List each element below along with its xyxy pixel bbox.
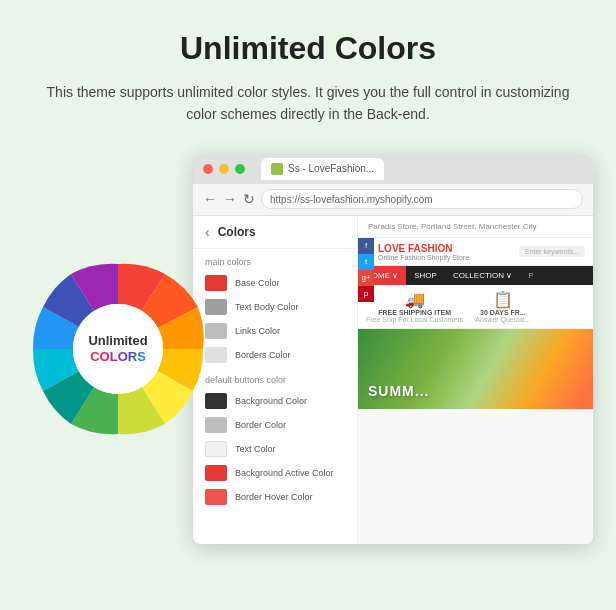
base-color-label: Base Color bbox=[235, 278, 280, 288]
browser-mockup: Ss - LoveFashion... ← → ↻ https://ss-lov… bbox=[193, 154, 593, 544]
promo-text: SUMM... bbox=[368, 383, 429, 399]
shipping-title: FREE SHIPPING ITEM bbox=[378, 309, 451, 316]
feature-shipping: 🚚 FREE SHIPPING ITEM Free Ship For Local… bbox=[366, 290, 463, 323]
nav-item-shop[interactable]: SHOP bbox=[406, 266, 445, 285]
color-row-links: Links Color bbox=[193, 319, 357, 343]
forward-button[interactable]: → bbox=[223, 191, 237, 207]
color-row-text-body: Text Body Color bbox=[193, 295, 357, 319]
shipping-icon: 🚚 bbox=[405, 290, 425, 309]
browser-tab[interactable]: Ss - LoveFashion... bbox=[261, 158, 384, 180]
border-hover-color-swatch bbox=[205, 489, 227, 505]
minimize-dot[interactable] bbox=[219, 164, 229, 174]
sidebar-header: ‹ Colors bbox=[193, 216, 357, 249]
sidebar-scroll[interactable]: main colors Base Color Text Body Color L… bbox=[193, 249, 357, 544]
sidebar-back-arrow[interactable]: ‹ bbox=[205, 224, 210, 240]
search-box[interactable]: Enter keywords... bbox=[519, 246, 585, 257]
border-hover-color-label: Border Hover Color bbox=[235, 492, 313, 502]
browser-toolbar: ← → ↻ https://ss-lovefashion.myshopify.c… bbox=[193, 184, 593, 216]
sidebar: ‹ Colors main colors Base Color Text Bod… bbox=[193, 216, 358, 544]
feature-strip: 🚚 FREE SHIPPING ITEM Free Ship For Local… bbox=[358, 285, 593, 329]
maximize-dot[interactable] bbox=[235, 164, 245, 174]
text-body-color-label: Text Body Color bbox=[235, 302, 299, 312]
default-buttons-label: default buttons color bbox=[193, 367, 357, 389]
border-color-label: Border Color bbox=[235, 420, 286, 430]
twitter-icon[interactable]: t bbox=[358, 254, 374, 270]
feature-returns: 📋 30 DAYS FR... Answer Questio... bbox=[475, 290, 530, 323]
returns-sub: Answer Questio... bbox=[475, 316, 530, 323]
main-colors-label: main colors bbox=[193, 249, 357, 271]
nav-bar: HOME ∨ SHOP COLLECTION ∨ P bbox=[358, 266, 593, 285]
social-icons-container: f t g+ p bbox=[358, 238, 374, 302]
facebook-icon[interactable]: f bbox=[358, 238, 374, 254]
color-row-border-hover: Border Hover Color bbox=[193, 485, 357, 509]
color-row-base: Base Color bbox=[193, 271, 357, 295]
color-row-bg: Background Color bbox=[193, 389, 357, 413]
color-row-text: Text Color bbox=[193, 437, 357, 461]
nav-item-more: P bbox=[520, 266, 541, 285]
shopify-icon bbox=[271, 163, 283, 175]
browser-content: ‹ Colors main colors Base Color Text Bod… bbox=[193, 216, 593, 544]
browser-titlebar: Ss - LoveFashion... bbox=[193, 154, 593, 184]
color-row-bg-active: Background Active Color bbox=[193, 461, 357, 485]
back-button[interactable]: ← bbox=[203, 191, 217, 207]
returns-title: 30 DAYS FR... bbox=[480, 309, 526, 316]
color-row-border: Border Color bbox=[193, 413, 357, 437]
borders-color-label: Borders Color bbox=[235, 350, 291, 360]
nav-item-collection[interactable]: COLLECTION ∨ bbox=[445, 266, 520, 285]
wheel-center-text2: COLORS bbox=[90, 349, 146, 365]
wheel-center: Unlimited COLORS bbox=[73, 304, 163, 394]
tab-label: Ss - LoveFashion... bbox=[288, 163, 374, 174]
address-text: https://ss-lovefashion.myshopify.com bbox=[270, 194, 433, 205]
store-header: f t g+ p LOVE FASHION Online Fashion Sho… bbox=[358, 238, 593, 266]
refresh-button[interactable]: ↻ bbox=[243, 191, 255, 207]
returns-icon: 📋 bbox=[493, 290, 513, 309]
store-branding: LOVE FASHION Online Fashion Shopify Stor… bbox=[378, 243, 469, 261]
wheel-center-text1: Unlimited bbox=[88, 333, 147, 349]
pinterest-icon[interactable]: p bbox=[358, 286, 374, 302]
bg-color-label: Background Color bbox=[235, 396, 307, 406]
close-dot[interactable] bbox=[203, 164, 213, 174]
color-row-borders: Borders Color bbox=[193, 343, 357, 367]
sidebar-title: Colors bbox=[218, 225, 256, 239]
store-address: Paradis Store, Portland Street, Manchest… bbox=[358, 216, 593, 238]
preview-area: Paradis Store, Portland Street, Manchest… bbox=[358, 216, 593, 544]
text-color-label: Text Color bbox=[235, 444, 276, 454]
links-color-label: Links Color bbox=[235, 326, 280, 336]
promo-image: SUMM... bbox=[358, 329, 593, 409]
page-subtitle: This theme supports unlimited color styl… bbox=[38, 81, 578, 126]
googleplus-icon[interactable]: g+ bbox=[358, 270, 374, 286]
store-name: LOVE FASHION bbox=[378, 243, 469, 254]
page-title: Unlimited Colors bbox=[180, 30, 436, 67]
content-area: Unlimited COLORS Ss - LoveFashion... ← →… bbox=[20, 154, 596, 544]
bg-active-color-swatch bbox=[205, 465, 227, 481]
shipping-sub: Free Ship For Local Customers bbox=[366, 316, 463, 323]
address-bar[interactable]: https://ss-lovefashion.myshopify.com bbox=[261, 189, 583, 209]
color-wheel-container: Unlimited COLORS bbox=[23, 254, 213, 444]
store-tagline: Online Fashion Shopify Store bbox=[378, 254, 469, 261]
bg-active-color-label: Background Active Color bbox=[235, 468, 334, 478]
